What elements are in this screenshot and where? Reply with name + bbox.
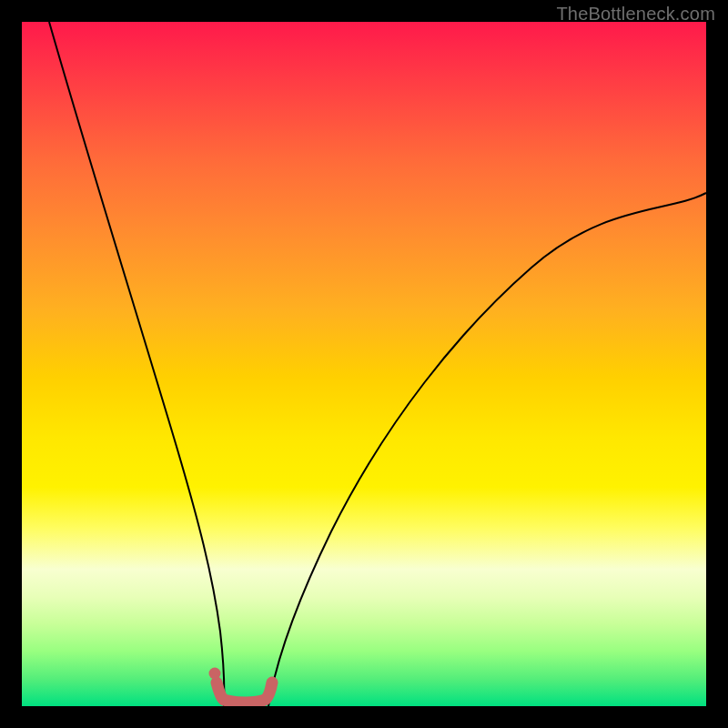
chart-area: [22, 22, 706, 706]
dot-marker: [209, 668, 221, 680]
chart-svg: [22, 22, 706, 706]
watermark-text: TheBottleneck.com: [556, 4, 715, 25]
right-curve: [268, 193, 706, 706]
left-curve: [49, 22, 224, 706]
